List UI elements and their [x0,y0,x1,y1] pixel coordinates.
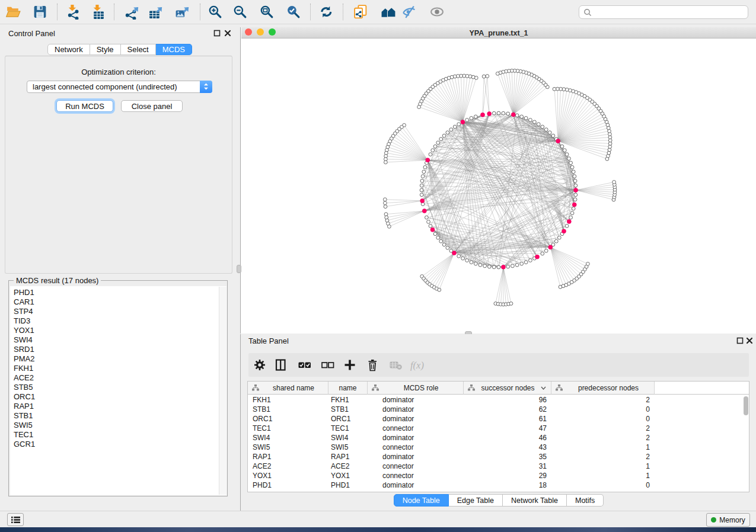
column-header-successor-nodes[interactable]: successor nodes [464,382,551,395]
table-scrollbar[interactable] [742,395,749,492]
zoom-in-button[interactable] [207,4,224,20]
table-row-TEC1[interactable]: TEC1TEC1connector472 [248,424,749,433]
table-options-button[interactable] [252,358,267,372]
graph-node[interactable] [560,145,564,148]
mcds-result-list[interactable]: PHD1CAR1STP4TID3YOX1SWI4SRD1PMA2FKH1ACE2… [10,286,227,495]
graph-node[interactable] [492,111,496,115]
save-button[interactable] [31,4,48,20]
cell-MCDS-role[interactable]: connector [368,462,464,471]
graph-node[interactable] [433,232,437,236]
cell-MCDS-role[interactable]: dominator [368,405,464,414]
cell-shared-name[interactable]: SWI5 [248,443,328,452]
graph-node[interactable] [465,118,469,122]
graph-node[interactable] [524,117,528,120]
cell-shared-name[interactable]: ORC1 [248,414,328,424]
cell-shared-name[interactable]: TEC1 [248,424,328,433]
graph-node[interactable] [384,213,388,216]
graph-node[interactable] [574,184,578,187]
graph-node[interactable] [515,114,519,117]
cell-successor-nodes[interactable]: 61 [464,414,551,424]
table-row-STB1[interactable]: STB1STB1dominator620 [248,405,749,414]
column-header-name[interactable]: name [328,382,368,395]
graph-node[interactable] [567,157,571,161]
graph-node[interactable] [479,263,482,267]
graph-node[interactable] [565,225,569,228]
graph-node[interactable] [470,261,473,264]
graph-node[interactable] [429,225,432,228]
graph-node[interactable] [470,117,473,120]
cell-predecessor-nodes[interactable]: 1 [551,462,655,471]
table-scrollbar-thumb[interactable] [744,396,748,415]
export-network-button[interactable] [123,4,140,20]
graph-node[interactable] [436,141,440,145]
graph-node[interactable] [511,264,515,268]
network-graph[interactable] [241,39,756,334]
graph-node[interactable] [509,302,513,306]
zoom-selected-button[interactable] [285,4,302,20]
import-table-button[interactable] [90,4,107,20]
graph-node[interactable] [420,179,424,182]
graph-node[interactable] [423,165,427,169]
open-folder-button[interactable] [5,4,21,20]
vertical-splitter-handle[interactable] [237,265,241,273]
graph-node[interactable] [520,262,524,265]
graph-node[interactable] [569,216,573,219]
cell-predecessor-nodes[interactable]: 1 [551,443,655,452]
cell-predecessor-nodes[interactable]: 0 [551,405,655,414]
cell-predecessor-nodes[interactable]: 2 [551,452,655,462]
cell-successor-nodes[interactable]: 18 [464,480,551,490]
graph-node[interactable] [425,216,429,219]
tab-network[interactable]: Network [47,44,90,55]
cell-name[interactable]: STB1 [328,405,368,414]
graph-node[interactable] [515,263,519,267]
graph-node[interactable] [457,123,461,126]
table-row-YOX1[interactable]: YOX1YOX1connector291 [248,471,749,480]
cell-name[interactable]: RAP1 [328,452,368,462]
graph-hub-node[interactable] [567,219,571,223]
mcds-result-item[interactable]: SRD1 [10,345,227,354]
column-header-predecessor-nodes[interactable]: predecessor nodes [551,382,655,395]
graph-node[interactable] [529,118,532,122]
graph-node[interactable] [420,188,423,192]
graph-node[interactable] [496,72,499,75]
graph-node[interactable] [563,149,566,152]
cell-name[interactable]: YOX1 [328,471,368,480]
graph-hub-node[interactable] [572,203,576,207]
cell-name[interactable]: PHD1 [328,480,368,490]
mcds-result-item[interactable]: PHD1 [10,288,227,297]
graph-node[interactable] [506,265,510,268]
graph-node[interactable] [384,205,387,209]
cell-shared-name[interactable]: PHD1 [248,480,328,490]
export-image-button[interactable] [174,4,190,20]
export-table-button[interactable] [147,4,164,20]
graph-node[interactable] [446,131,449,134]
graph-node[interactable] [487,265,491,268]
table-row-FKH1[interactable]: FKH1FKH1dominator962 [248,395,749,405]
graph-node[interactable] [438,288,441,291]
mcds-result-item[interactable]: TEC1 [10,430,227,440]
graph-node[interactable] [439,239,443,243]
cell-predecessor-nodes[interactable]: 0 [551,480,655,490]
mcds-result-item[interactable]: GCR1 [10,440,227,449]
graph-node[interactable] [457,254,461,258]
graph-node[interactable] [551,134,555,137]
graph-node[interactable] [573,179,577,182]
tab-edge-table[interactable]: Edge Table [449,494,503,507]
graph-node[interactable] [442,243,446,246]
table-row-ACE2[interactable]: ACE2ACE2connector311 [248,462,749,471]
graph-node[interactable] [533,120,537,124]
graph-node[interactable] [572,170,575,174]
graph-node[interactable] [570,165,574,169]
graph-node[interactable] [474,115,477,118]
graph-node[interactable] [420,184,423,187]
graph-node[interactable] [574,193,578,197]
graph-hub-node[interactable] [430,227,435,232]
table-row-ORC1[interactable]: ORC1ORC1dominator610 [248,414,749,424]
cell-MCDS-role[interactable]: connector [368,443,464,452]
cell-successor-nodes[interactable]: 43 [464,443,551,452]
cell-predecessor-nodes[interactable]: 2 [551,424,655,433]
tab-network-table[interactable]: Network Table [503,494,567,507]
cell-MCDS-role[interactable]: dominator [368,452,464,462]
cell-predecessor-nodes[interactable]: 2 [551,395,655,405]
tab-select[interactable]: Select [121,44,156,55]
